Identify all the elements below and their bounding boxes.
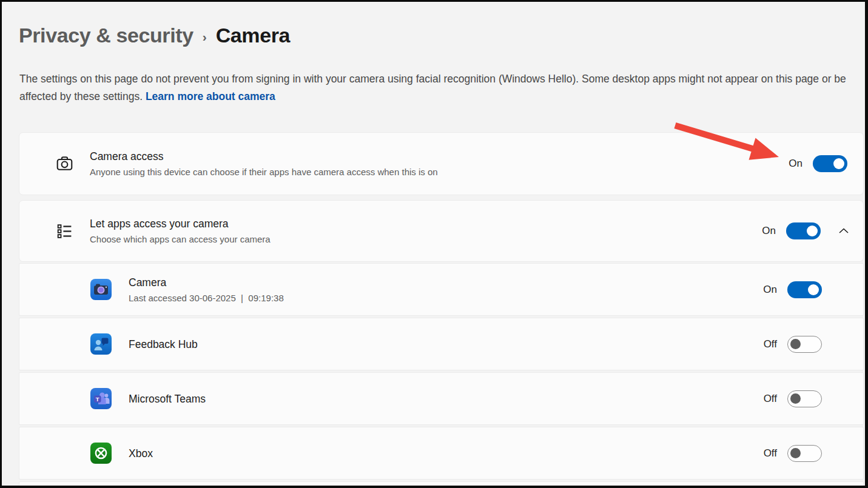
app-row-feedback-hub: Feedback Hub Off: [19, 318, 864, 370]
toggle-knob: [790, 448, 801, 458]
app-text: Feedback Hub: [129, 338, 198, 351]
let-apps-toggle-label: On: [762, 225, 776, 237]
xbox-toggle[interactable]: [787, 445, 822, 462]
app-controls: Off: [764, 336, 863, 353]
microsoft-teams-icon: T: [90, 388, 112, 409]
breadcrumb: Privacy & security › Camera: [19, 24, 290, 47]
app-toggle-label: Off: [764, 338, 777, 350]
app-controls: Off: [764, 445, 863, 462]
app-name: Xbox: [129, 447, 153, 460]
app-toggle-label: Off: [764, 393, 777, 405]
feedback-hub-icon: [90, 333, 112, 355]
app-controls: On: [763, 281, 863, 298]
app-row-microsoft-teams: T Microsoft Teams Off: [19, 372, 864, 425]
toggle-knob: [790, 339, 801, 349]
settings-window: Privacy & security › Camera The settings…: [0, 0, 868, 488]
camera-access-title: Camera access: [90, 150, 438, 163]
app-controls: Off: [764, 390, 863, 407]
app-toggle-label: On: [763, 284, 777, 296]
app-toggle-label: Off: [764, 447, 777, 460]
chevron-up-icon[interactable]: [837, 224, 850, 238]
app-row-partial: [19, 481, 864, 486]
toggle-knob: [833, 158, 844, 169]
app-row-xbox: Xbox Off: [19, 427, 864, 480]
toggle-knob: [807, 226, 818, 236]
app-text: Camera Last accessed 30-06-2025 | 09:19:…: [129, 276, 284, 304]
let-apps-text: Let apps access your camera Choose which…: [90, 217, 271, 245]
let-apps-title: Let apps access your camera: [90, 217, 271, 230]
camera-app-icon: [90, 279, 112, 300]
app-last-accessed: Last accessed 30-06-2025 | 09:19:38: [129, 292, 284, 304]
page-title: Camera: [216, 24, 290, 47]
camera-access-text: Camera access Anyone using this device c…: [90, 150, 438, 178]
camera-access-subtitle: Anyone using this device can choose if t…: [90, 166, 438, 178]
toggle-knob: [808, 284, 819, 295]
teams-badge-letter: T: [96, 396, 99, 403]
description-text: The settings on this page do not prevent…: [19, 73, 846, 102]
camera-outline-icon: [55, 155, 74, 173]
app-text: Xbox: [129, 447, 153, 460]
let-apps-expander-header[interactable]: Let apps access your camera Choose which…: [19, 200, 864, 262]
camera-app-toggle[interactable]: [787, 281, 822, 298]
app-list-icon: [55, 222, 74, 241]
camera-access-card: Camera access Anyone using this device c…: [19, 132, 864, 195]
camera-access-toggle-label: On: [789, 158, 802, 170]
toggle-knob: [790, 393, 801, 404]
camera-access-toggle[interactable]: [813, 155, 847, 172]
let-apps-subtitle: Choose which apps can access your camera: [90, 233, 271, 245]
feedback-hub-toggle[interactable]: [787, 336, 822, 353]
breadcrumb-chevron-icon: ›: [203, 30, 207, 44]
microsoft-teams-toggle[interactable]: [787, 390, 822, 407]
page-description: The settings on this page do not prevent…: [19, 70, 849, 105]
app-name: Feedback Hub: [129, 338, 198, 351]
camera-settings-page: Privacy & security › Camera The settings…: [2, 2, 865, 486]
let-apps-toggle[interactable]: [786, 222, 821, 239]
app-name: Camera: [129, 276, 284, 289]
app-text: Microsoft Teams: [129, 392, 206, 406]
app-name: Microsoft Teams: [129, 392, 206, 406]
xbox-icon: [90, 443, 112, 464]
let-apps-controls: On: [762, 222, 863, 239]
breadcrumb-privacy-security[interactable]: Privacy & security: [19, 24, 193, 47]
learn-more-link[interactable]: Learn more about camera: [146, 90, 275, 102]
app-row-camera: Camera Last accessed 30-06-2025 | 09:19:…: [19, 263, 864, 316]
camera-access-controls: On: [789, 155, 863, 172]
